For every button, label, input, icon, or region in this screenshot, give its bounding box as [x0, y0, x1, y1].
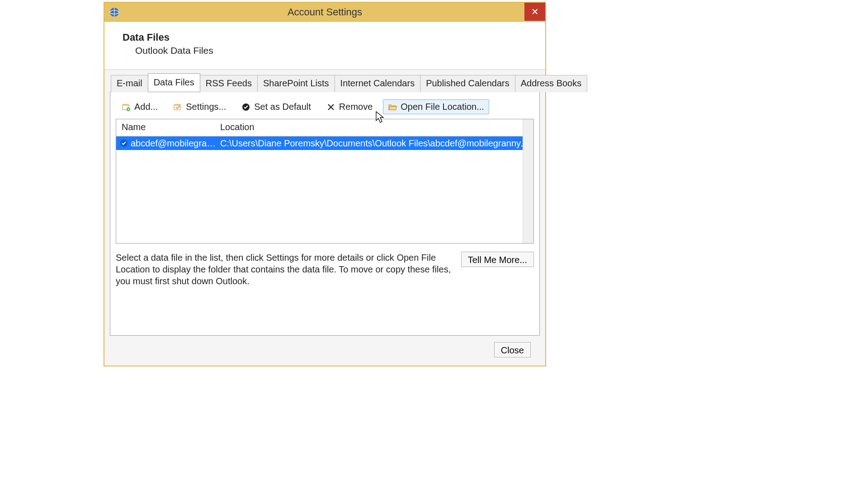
header-heading: Data Files: [123, 32, 527, 43]
dialog-footer: Close: [110, 336, 540, 366]
settings-button[interactable]: Settings...: [168, 99, 231, 114]
scrollbar[interactable]: [523, 119, 533, 243]
list-header: Name Location: [116, 119, 533, 136]
tab-address-books[interactable]: Address Books: [515, 75, 588, 92]
button-label: Set as Default: [254, 102, 311, 112]
check-circle-icon: [241, 103, 250, 112]
content-area: E-mail Data Files RSS Feeds SharePoint L…: [104, 70, 545, 366]
header-sub: Outlook Data Files: [135, 45, 527, 56]
open-file-location-button[interactable]: Open File Location...: [383, 99, 489, 114]
button-label: Open File Location...: [401, 102, 484, 112]
tab-label: Data Files: [154, 77, 194, 87]
default-check-icon: [118, 139, 130, 147]
close-icon: ✕: [531, 6, 539, 17]
set-default-button[interactable]: Set as Default: [236, 99, 316, 114]
svg-rect-3: [123, 104, 129, 106]
tab-label: Internet Calendars: [340, 78, 415, 88]
button-label: Remove: [339, 102, 373, 112]
tell-me-more-button[interactable]: Tell Me More...: [461, 252, 534, 267]
svg-rect-6: [174, 104, 180, 106]
tab-internet-calendars[interactable]: Internet Calendars: [335, 75, 421, 92]
list-body: abcdef@mobilegran... C:\Users\Diane Pore…: [116, 136, 533, 243]
add-icon: [122, 103, 131, 112]
row-name: abcdef@mobilegran...: [131, 138, 217, 149]
tab-label: RSS Feeds: [206, 78, 252, 88]
settings-icon: [173, 103, 182, 112]
button-label: Add...: [134, 102, 158, 112]
dialog-header: Data Files Outlook Data Files: [104, 22, 545, 70]
tab-label: Address Books: [521, 78, 582, 88]
account-settings-window: Account Settings ✕ Data Files Outlook Da…: [104, 2, 546, 366]
row-location: C:\Users\Diane Poremsky\Documents\Outloo…: [217, 138, 533, 149]
close-button[interactable]: Close: [494, 342, 531, 357]
add-button[interactable]: Add...: [117, 99, 163, 114]
folder-open-icon: [388, 103, 397, 112]
tab-sharepoint-lists[interactable]: SharePoint Lists: [257, 75, 335, 92]
close-window-button[interactable]: ✕: [524, 3, 545, 21]
info-row: Select a data file in the list, then cli…: [116, 252, 534, 287]
window-title: Account Settings: [104, 6, 545, 18]
column-name[interactable]: Name: [116, 122, 217, 132]
column-location[interactable]: Location: [217, 122, 533, 132]
tab-label: E-mail: [117, 78, 142, 88]
tab-data-files[interactable]: Data Files: [148, 73, 200, 92]
table-row[interactable]: abcdef@mobilegran... C:\Users\Diane Pore…: [116, 136, 533, 150]
toolbar: Add... Settings... Set as Default: [116, 98, 534, 119]
remove-button[interactable]: Remove: [321, 99, 377, 114]
tab-email[interactable]: E-mail: [111, 75, 148, 92]
tab-bar: E-mail Data Files RSS Feeds SharePoint L…: [111, 75, 540, 92]
tab-rss-feeds[interactable]: RSS Feeds: [200, 75, 258, 92]
tab-label: Published Calendars: [426, 78, 509, 88]
titlebar: Account Settings ✕: [104, 3, 545, 22]
info-text: Select a data file in the list, then cli…: [116, 252, 452, 287]
tab-panel: Add... Settings... Set as Default: [110, 92, 540, 336]
tab-label: SharePoint Lists: [263, 78, 329, 88]
remove-icon: [326, 103, 335, 112]
app-icon: [109, 7, 120, 18]
data-files-list: Name Location abcdef@mobilegran... C:\Us…: [116, 119, 534, 244]
tab-published-calendars[interactable]: Published Calendars: [420, 75, 515, 92]
button-label: Settings...: [186, 102, 226, 112]
